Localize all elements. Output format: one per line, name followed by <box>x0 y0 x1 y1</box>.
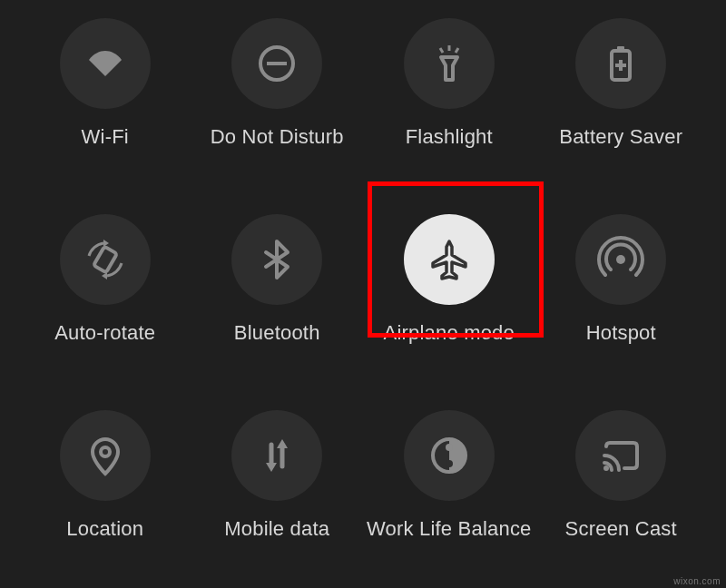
flashlight-icon <box>404 18 495 109</box>
tile-battery-saver[interactable]: Battery Saver <box>535 0 708 196</box>
tile-label: Location <box>66 517 143 541</box>
tile-label: Airplane mode <box>384 321 515 345</box>
tile-label: Wi-Fi <box>82 125 129 149</box>
tile-hotspot[interactable]: Hotspot <box>535 196 708 392</box>
work-life-icon <box>404 410 495 501</box>
tile-label: Bluetooth <box>234 321 320 345</box>
tile-label: Work Life Balance <box>367 517 532 541</box>
svg-rect-6 <box>617 46 624 51</box>
svg-point-21 <box>603 466 609 471</box>
tile-label: Hotspot <box>586 321 656 345</box>
tile-dnd[interactable]: Do Not Disturb <box>191 0 364 196</box>
tile-work-life[interactable]: Work Life Balance <box>363 392 535 588</box>
tile-screen-cast[interactable]: Screen Cast <box>535 392 708 588</box>
tile-label: Screen Cast <box>565 517 677 541</box>
hotspot-icon <box>575 214 666 305</box>
quick-settings-panel: Wi-Fi Do Not Disturb Flashlight <box>10 0 716 588</box>
tile-label: Do Not Disturb <box>211 125 344 149</box>
wifi-icon <box>60 18 151 109</box>
svg-point-20 <box>446 460 453 467</box>
dnd-icon <box>231 18 322 109</box>
battery-saver-icon <box>575 18 666 109</box>
tile-label: Mobile data <box>224 517 329 541</box>
tile-flashlight[interactable]: Flashlight <box>363 0 535 196</box>
location-icon <box>60 410 151 501</box>
watermark: wixon.com <box>673 576 721 586</box>
quick-settings-grid: Wi-Fi Do Not Disturb Flashlight <box>10 0 716 588</box>
tile-label: Battery Saver <box>559 125 682 149</box>
svg-marker-15 <box>266 463 277 472</box>
svg-point-19 <box>446 444 453 451</box>
tile-mobile-data[interactable]: Mobile data <box>191 392 364 588</box>
tile-bluetooth[interactable]: Bluetooth <box>191 196 364 392</box>
svg-point-12 <box>616 255 625 264</box>
tile-wifi[interactable]: Wi-Fi <box>19 0 191 196</box>
tile-label: Auto-rotate <box>54 321 155 345</box>
mobile-data-icon <box>231 410 322 501</box>
airplane-icon <box>404 214 495 305</box>
tile-airplane-mode[interactable]: Airplane mode <box>363 196 535 392</box>
svg-point-13 <box>101 447 110 456</box>
bluetooth-icon <box>231 214 322 305</box>
svg-line-3 <box>440 48 443 53</box>
auto-rotate-icon <box>60 214 151 305</box>
screen-cast-icon <box>575 410 666 501</box>
svg-line-4 <box>456 48 458 53</box>
svg-marker-17 <box>277 439 288 448</box>
tile-location[interactable]: Location <box>19 392 191 588</box>
tile-label: Flashlight <box>406 125 493 149</box>
tile-auto-rotate[interactable]: Auto-rotate <box>19 196 191 392</box>
svg-rect-9 <box>93 247 117 273</box>
